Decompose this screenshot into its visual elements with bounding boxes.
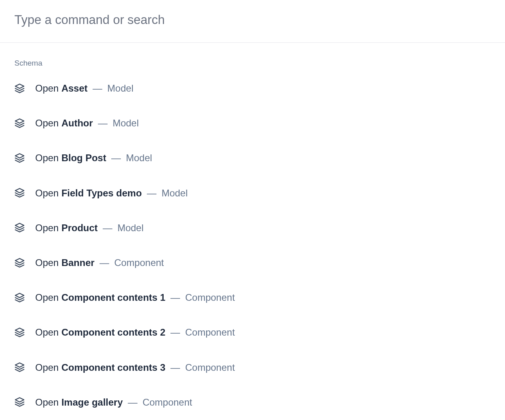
item-separator: — [125, 397, 140, 408]
item-separator: — [168, 362, 182, 373]
section-label: Schema [14, 59, 491, 68]
item-name: Banner [61, 257, 94, 268]
schema-item-label: Open Image gallery — Component [35, 396, 192, 408]
layers-icon [14, 292, 25, 303]
item-prefix: Open [35, 257, 61, 268]
layers-icon [14, 188, 25, 198]
schema-item[interactable]: Open Product — Model [14, 222, 491, 234]
svg-marker-1 [15, 119, 24, 123]
item-prefix: Open [35, 188, 61, 198]
layers-icon [14, 118, 25, 128]
item-prefix: Open [35, 222, 61, 233]
item-name: Component contents 2 [61, 327, 165, 338]
item-name: Product [61, 222, 98, 233]
svg-marker-0 [15, 84, 24, 88]
item-prefix: Open [35, 83, 61, 94]
layers-icon [14, 258, 25, 268]
item-type: Model [117, 222, 143, 233]
item-name: Author [61, 118, 93, 128]
schema-item[interactable]: Open Component contents 3 — Component [14, 361, 491, 374]
layers-icon [14, 83, 25, 94]
schema-item[interactable]: Open Image gallery — Component [14, 396, 491, 408]
svg-marker-4 [15, 224, 24, 228]
item-prefix: Open [35, 327, 61, 338]
item-prefix: Open [35, 118, 61, 128]
svg-marker-8 [15, 363, 24, 367]
schema-item[interactable]: Open Component contents 1 — Component [14, 291, 491, 304]
item-type: Model [162, 188, 188, 198]
item-name: Component contents 1 [61, 292, 165, 303]
schema-item[interactable]: Open Banner — Component [14, 256, 491, 269]
item-type: Model [126, 152, 152, 163]
schema-item-label: Open Author — Model [35, 117, 139, 129]
item-type: Component [185, 362, 235, 373]
item-separator: — [168, 292, 182, 303]
svg-marker-2 [15, 154, 24, 158]
item-separator: — [97, 257, 112, 268]
item-type: Component [185, 327, 235, 338]
layers-icon [14, 222, 25, 233]
item-name: Image gallery [61, 397, 122, 408]
schema-item-label: Open Product — Model [35, 222, 144, 234]
svg-marker-6 [15, 293, 24, 298]
item-separator: — [95, 118, 110, 128]
item-prefix: Open [35, 152, 61, 163]
svg-marker-5 [15, 258, 24, 263]
item-name: Field Types demo [61, 188, 142, 198]
schema-item-label: Open Field Types demo — Model [35, 187, 188, 199]
item-separator: — [90, 83, 105, 94]
svg-marker-3 [15, 188, 24, 193]
item-separator: — [100, 222, 115, 233]
item-separator: — [144, 188, 159, 198]
schema-item[interactable]: Open Asset — Model [14, 82, 491, 94]
schema-item[interactable]: Open Component contents 2 — Component [14, 326, 491, 338]
command-search-input[interactable] [14, 13, 491, 27]
item-type: Component [185, 292, 235, 303]
layers-icon [14, 397, 25, 407]
item-separator: — [168, 327, 182, 338]
item-name: Component contents 3 [61, 362, 165, 373]
schema-item-label: Open Asset — Model [35, 82, 133, 94]
results-area: Schema Open Asset — Model Open Author — … [0, 43, 505, 418]
schema-item[interactable]: Open Blog Post — Model [14, 152, 491, 164]
schema-item-label: Open Blog Post — Model [35, 152, 152, 164]
item-name: Blog Post [61, 152, 106, 163]
svg-marker-7 [15, 328, 24, 332]
item-name: Asset [61, 83, 87, 94]
item-separator: — [108, 152, 123, 163]
search-container [0, 0, 505, 43]
schema-item-label: Open Component contents 2 — Component [35, 326, 235, 338]
svg-marker-9 [15, 398, 24, 402]
item-prefix: Open [35, 362, 61, 373]
schema-item-label: Open Banner — Component [35, 256, 164, 269]
item-type: Component [142, 397, 192, 408]
layers-icon [14, 153, 25, 163]
schema-item-label: Open Component contents 3 — Component [35, 361, 235, 374]
items-list: Open Asset — Model Open Author — Model O… [14, 82, 491, 408]
item-type: Model [107, 83, 133, 94]
item-type: Component [114, 257, 164, 268]
schema-item[interactable]: Open Field Types demo — Model [14, 187, 491, 199]
schema-item[interactable]: Open Author — Model [14, 117, 491, 129]
layers-icon [14, 362, 25, 372]
schema-item-label: Open Component contents 1 — Component [35, 291, 235, 304]
item-prefix: Open [35, 397, 61, 408]
item-prefix: Open [35, 292, 61, 303]
item-type: Model [112, 118, 138, 128]
layers-icon [14, 327, 25, 338]
